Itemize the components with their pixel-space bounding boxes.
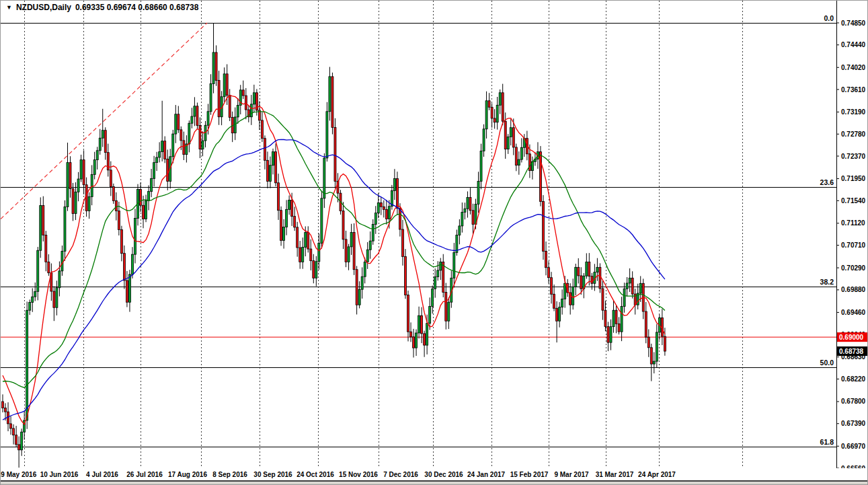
svg-text:17 Aug 2016: 17 Aug 2016 [168, 471, 207, 478]
svg-text:15 Feb 2017: 15 Feb 2017 [510, 471, 549, 478]
svg-text:24 Oct 2016: 24 Oct 2016 [297, 471, 334, 478]
svg-text:0.71540: 0.71540 [841, 197, 866, 204]
svg-text:15 Nov 2016: 15 Nov 2016 [339, 471, 378, 478]
svg-text:0.70290: 0.70290 [841, 264, 866, 272]
price-axis[interactable]: 0.748500.744400.740200.736100.731900.727… [836, 1, 866, 480]
svg-text:0.74020: 0.74020 [841, 64, 866, 71]
svg-text:24 Jan 2017: 24 Jan 2017 [467, 471, 506, 478]
svg-text:50.0: 50.0 [820, 359, 834, 367]
svg-text:19 May 2016: 19 May 2016 [1, 471, 37, 478]
chart-symbol-label: NZDUSD,Daily [16, 3, 71, 12]
svg-text:0.67390: 0.67390 [841, 420, 866, 427]
candles-layer [2, 23, 666, 468]
svg-text:7 Dec 2016: 7 Dec 2016 [383, 471, 418, 478]
time-axis[interactable]: 19 May 201610 Jun 20164 Jul 201626 Jul 2… [1, 468, 868, 485]
chart-title: ▼ NZDUSD,Daily 0.69335 0.69674 0.68660 0… [6, 3, 198, 12]
hline-price-label: 0.69000 [837, 332, 868, 342]
svg-text:38.2: 38.2 [820, 278, 834, 286]
mt4-chart-window: ▼ NZDUSD,Daily 0.69335 0.69674 0.68660 0… [0, 0, 868, 485]
ma-fast-line [3, 96, 665, 424]
svg-text:0.69460: 0.69460 [841, 309, 866, 316]
svg-text:0.72370: 0.72370 [841, 153, 866, 160]
svg-text:0.66970: 0.66970 [841, 443, 866, 450]
svg-text:0.67800: 0.67800 [841, 398, 866, 405]
svg-text:24 Apr 2017: 24 Apr 2017 [638, 471, 676, 478]
svg-text:30 Dec 2016: 30 Dec 2016 [424, 471, 463, 478]
svg-text:4 Jul 2016: 4 Jul 2016 [86, 471, 118, 478]
svg-text:31 Mar 2017: 31 Mar 2017 [596, 471, 634, 478]
svg-text:8 Sep 2016: 8 Sep 2016 [212, 471, 247, 478]
svg-text:0.73610: 0.73610 [841, 86, 866, 94]
svg-text:0.69880: 0.69880 [841, 286, 866, 293]
svg-text:9 Mar 2017: 9 Mar 2017 [554, 471, 589, 478]
svg-text:0.71950: 0.71950 [841, 175, 866, 182]
fib-retracement-lines [1, 24, 836, 447]
svg-text:0.74850: 0.74850 [841, 20, 866, 27]
svg-text:10 Jun 2016: 10 Jun 2016 [40, 471, 79, 478]
fib-level-labels: 0.023.638.250.061.8 [820, 14, 834, 446]
svg-text:61.8: 61.8 [820, 438, 834, 446]
svg-text:23.6: 23.6 [820, 178, 834, 186]
svg-text:26 Jul 2016: 26 Jul 2016 [126, 471, 163, 478]
svg-text:0.70710: 0.70710 [841, 241, 866, 249]
svg-text:0.68738: 0.68738 [839, 348, 864, 355]
svg-text:30 Sep 2016: 30 Sep 2016 [253, 471, 292, 478]
ma-slow-line [3, 139, 665, 420]
svg-text:0.73190: 0.73190 [841, 108, 866, 116]
chart-canvas[interactable]: 0.023.638.250.061.80.748500.744400.74020… [1, 1, 868, 485]
svg-text:0.69000: 0.69000 [839, 334, 864, 341]
ma-mid-line [3, 112, 665, 387]
svg-text:0.68220: 0.68220 [841, 375, 866, 383]
svg-text:0.0: 0.0 [824, 14, 834, 22]
chart-ohlc-values: 0.69335 0.69674 0.68660 0.68738 [75, 3, 199, 12]
current-price-label: 0.68738 [837, 346, 868, 356]
svg-text:0.74440: 0.74440 [841, 41, 866, 48]
symbol-dropdown-icon[interactable]: ▼ [6, 3, 12, 11]
svg-text:0.71120: 0.71120 [841, 219, 865, 227]
svg-text:0.72780: 0.72780 [841, 130, 866, 138]
